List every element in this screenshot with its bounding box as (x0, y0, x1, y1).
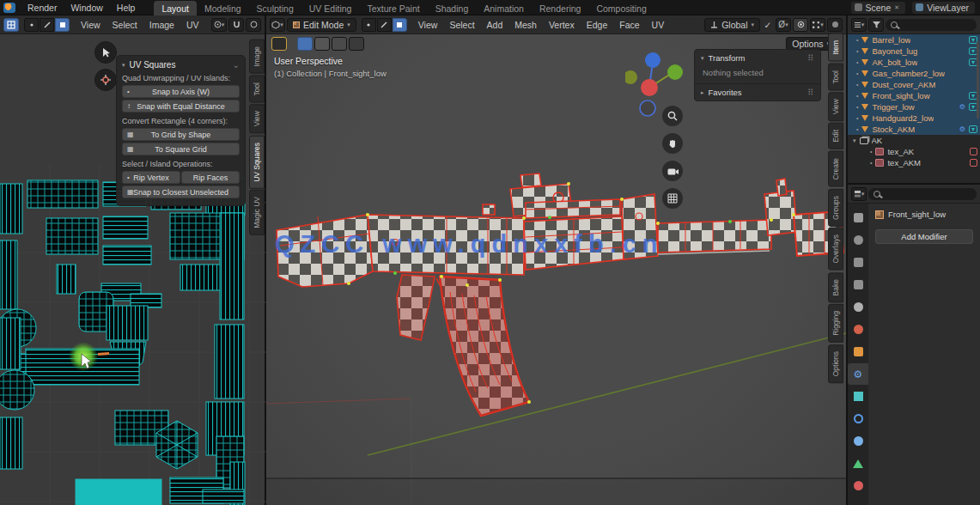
expand-dot-icon[interactable]: • (856, 70, 858, 76)
menu-render[interactable]: Render (21, 1, 64, 15)
expand-dot-icon[interactable]: • (856, 48, 858, 54)
viewport-sidebar-tab-item[interactable]: Item (828, 33, 843, 62)
add-modifier-button[interactable]: Add Modifier (875, 229, 973, 244)
uv-menu-view[interactable]: View (75, 18, 107, 32)
uv-menu-uv[interactable]: UV (180, 18, 205, 32)
outliner-row[interactable]: •Dust_cover_AKM (848, 79, 980, 90)
viewport-sidebar-tab-view[interactable]: View (828, 92, 843, 121)
transform-panel-header[interactable]: ▾ Transform ⠿ (695, 50, 820, 66)
outliner-row[interactable]: •Barrel_low (848, 34, 980, 46)
favorites-panel-header[interactable]: ▸ Favorites ⠿ (695, 84, 820, 100)
gun-model[interactable] (266, 163, 846, 459)
to-square-grid-button[interactable]: ▦To Square Grid (122, 143, 240, 155)
panel-drag-handle-icon[interactable]: ⠿ (807, 53, 814, 63)
tool-properties-tab[interactable] (848, 207, 868, 228)
expand-dot-icon[interactable]: • (870, 160, 872, 166)
render-properties-tab[interactable] (848, 229, 868, 251)
physics-properties-tab[interactable] (848, 408, 868, 429)
uv-sidebar-tab-tool[interactable]: Tool (249, 76, 265, 103)
pivot-dropdown[interactable]: ▾ (211, 18, 227, 32)
viewport-sidebar-tab-options[interactable]: Options (828, 344, 843, 383)
outliner-row[interactable]: •Trigger_low⚙ (848, 101, 980, 113)
scene-selector[interactable]: Scene ✕ (851, 2, 906, 14)
uv-menu-select[interactable]: Select (107, 18, 143, 32)
constraints-properties-tab[interactable] (848, 430, 868, 452)
view-layer-selector[interactable]: ViewLayer (912, 2, 975, 14)
outliner-search-input[interactable] (886, 19, 977, 31)
world-properties-tab[interactable] (848, 319, 868, 340)
rip-vertex-button[interactable]: •Rip Vertex (122, 171, 180, 184)
uv-sidebar-tab-magic-uv[interactable]: Magic UV (249, 190, 265, 235)
proportional-edit-button[interactable] (246, 18, 261, 32)
workspace-tab-compositing[interactable]: Compositing (588, 1, 654, 15)
snap-to-axis-button[interactable]: •Snap to Axis (W) (122, 85, 240, 98)
tool-option-2[interactable] (314, 37, 330, 51)
expand-dot-icon[interactable]: • (870, 149, 872, 155)
snap-equal-distance-button[interactable]: ↕Snap with Equal Distance (122, 100, 240, 113)
view-layer-properties-tab[interactable] (848, 274, 868, 295)
modifiers-properties-tab[interactable]: ⚙ (848, 363, 868, 385)
material-properties-tab[interactable] (848, 475, 868, 496)
outliner-row[interactable]: •Front_sight_low (848, 90, 980, 101)
data-properties-tab[interactable] (848, 453, 868, 474)
tool-option-1[interactable] (297, 37, 313, 51)
expand-dot-icon[interactable]: • (856, 59, 858, 65)
panel-drag-handle-icon[interactable]: ⠿ (807, 88, 814, 97)
expand-dot-icon[interactable]: • (856, 93, 858, 99)
orthographic-toggle-button[interactable] (662, 188, 683, 209)
properties-search-input[interactable] (868, 188, 977, 200)
scene-properties-tab[interactable] (848, 296, 868, 318)
outliner-row[interactable]: •Gas_chamber2_low (848, 68, 980, 79)
workspace-tab-rendering[interactable]: Rendering (532, 1, 588, 15)
outliner-display-mode-dropdown[interactable]: ▾ (851, 18, 867, 32)
outliner-row[interactable]: •AK_bolt_low (848, 57, 980, 68)
tool-option-4[interactable] (349, 37, 364, 51)
outliner-row[interactable]: •Handguard2_low (848, 113, 980, 124)
workspace-tab-layout[interactable]: Layout (154, 1, 197, 15)
viewport-sidebar-tab-groups[interactable]: Groups (828, 189, 843, 227)
snap-closest-unselected-button[interactable]: ▦Snap to Closest Unselected (122, 186, 240, 198)
editor-type-button[interactable] (3, 18, 19, 32)
to-grid-by-shape-button[interactable]: ▦To Grid by Shape (122, 128, 240, 141)
uv-squares-panel-header[interactable]: ▾ UV Squares ⌄ (122, 60, 240, 70)
workspace-tab-shading[interactable]: Shading (428, 1, 477, 15)
viewport-sidebar-tab-tool[interactable]: Tool (828, 64, 843, 91)
uv-select-face-button[interactable] (55, 18, 70, 32)
uv-sidebar-tab-uv-squares[interactable]: UV Squares (249, 136, 265, 189)
object-properties-tab[interactable] (848, 341, 868, 362)
viewport-sidebar-tab-edit[interactable]: Edit (828, 123, 843, 149)
menu-help[interactable]: Help (110, 1, 143, 15)
camera-view-button[interactable] (662, 161, 683, 181)
workspace-tab-sculpting[interactable]: Sculpting (249, 1, 301, 15)
active-tool-icon[interactable] (271, 37, 287, 51)
outliner-texture-row[interactable]: •tex_AKM (848, 157, 980, 168)
outliner-texture-row[interactable]: •tex_AK (848, 146, 980, 157)
collapse-chevron-icon[interactable]: ▾ (853, 137, 856, 144)
expand-dot-icon[interactable]: • (856, 126, 858, 132)
expand-dot-icon[interactable]: • (856, 115, 858, 121)
uv-canvas[interactable]: ▾ UV Squares ⌄ Quad Unwrapping / UV Isla… (0, 34, 266, 505)
viewport-sidebar-tab-create[interactable]: Create (828, 151, 843, 187)
viewport-sidebar-tab-rigging[interactable]: Rigging (828, 304, 843, 343)
outliner-row[interactable]: •Bayonet_lug (848, 46, 980, 57)
outliner-scrollbar[interactable] (977, 41, 979, 119)
pan-hand-button[interactable] (662, 133, 683, 154)
blender-logo-icon[interactable] (3, 3, 15, 13)
outliner-collection-row[interactable]: ▾AK (848, 135, 980, 146)
uv-menu-image[interactable]: Image (143, 18, 180, 32)
particles-properties-tab[interactable] (848, 386, 868, 407)
workspace-tab-modeling[interactable]: Modeling (197, 1, 249, 15)
filter-icon[interactable] (868, 18, 884, 32)
zoom-button[interactable] (662, 106, 683, 126)
viewport-3d[interactable]: ▾ Edit Mode ▾ ViewSelectAddMeshVertexEdg… (266, 15, 846, 505)
viewport-sidebar-tab-bake[interactable]: Bake (828, 272, 843, 302)
uv-sidebar-tab-image[interactable]: Image (249, 40, 265, 74)
snap-magnet-button[interactable] (228, 18, 244, 32)
tweak-tool-button[interactable] (94, 41, 117, 64)
navigation-gizmo[interactable] (625, 50, 697, 129)
tool-option-3[interactable] (332, 37, 347, 51)
outliner-row[interactable]: •Stock_AKM⚙ (848, 124, 980, 135)
uv-select-edge-button[interactable] (40, 18, 54, 32)
workspace-tab-animation[interactable]: Animation (476, 1, 532, 15)
panel-drag-handle-icon[interactable]: ⌄ (233, 60, 240, 70)
